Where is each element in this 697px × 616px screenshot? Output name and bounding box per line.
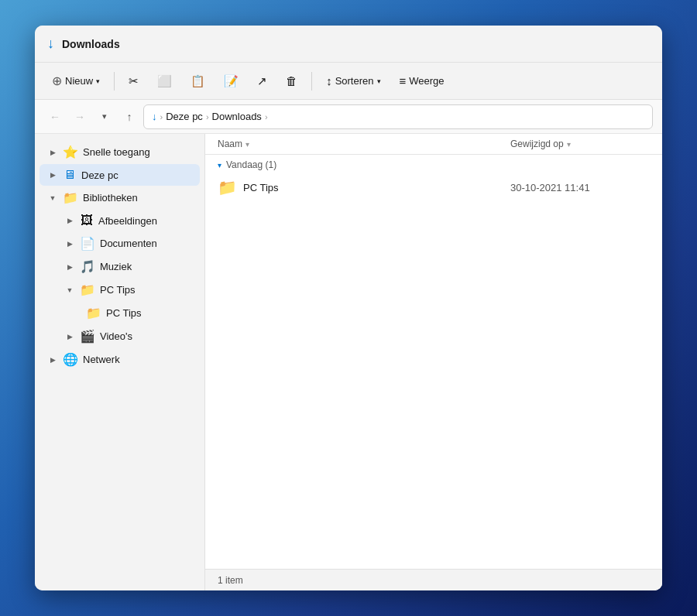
group-header-vandaag[interactable]: ▾ Vandaag (1) [205, 155, 662, 175]
sidebar-item-netwerk[interactable]: ▶ 🌐 Netwerk [39, 348, 200, 371]
title-bar: ↓ Downloads [35, 26, 662, 63]
pc-tips-label: PC Tips [100, 284, 136, 296]
afbeeldingen-chevron-icon: ▶ [64, 215, 75, 226]
netwerk-chevron-icon: ▶ [47, 354, 58, 365]
breadcrumb-download-icon: ↓ [152, 111, 157, 122]
status-count: 1 item [218, 575, 243, 586]
muziek-chevron-icon: ▶ [64, 262, 75, 272]
column-modified[interactable]: Gewijzigd op ▾ [510, 139, 650, 149]
pc-tips-file-name: PC Tips [243, 182, 504, 193]
back-button[interactable]: ← [44, 106, 66, 128]
main-panel: Naam ▾ Gewijzigd op ▾ ▾ Vandaag (1) [205, 134, 662, 590]
sidebar-item-snelle-toegang[interactable]: ▶ ⭐ Snelle toegang [39, 141, 200, 163]
new-chevron-icon: ▾ [96, 77, 100, 85]
sidebar-item-muziek[interactable]: ▶ 🎵 Muziek [39, 255, 200, 278]
snelle-toegang-chevron-icon: ▶ [47, 147, 58, 158]
breadcrumb-separator-1: › [206, 112, 209, 121]
column-name-label: Naam [218, 139, 242, 149]
copy-button[interactable]: ⬜ [149, 70, 180, 92]
column-name-sort-icon: ▾ [245, 140, 249, 149]
sidebar-item-deze-pc[interactable]: ▶ 🖥 Deze pc [39, 164, 200, 186]
bibliotheken-label: Bibliotheken [83, 192, 138, 204]
pc-tips-file-icon: 📁 [218, 178, 237, 197]
breadcrumb-separator-2: › [265, 112, 268, 121]
toolbar-separator-1 [114, 72, 115, 91]
sidebar-item-pc-tips-sub[interactable]: 📁 PC Tips [39, 302, 200, 324]
sort-button[interactable]: ↕ Sorteren ▾ [318, 70, 388, 91]
sidebar-item-pc-tips[interactable]: ▼ 📁 PC Tips [39, 279, 200, 301]
view-icon: ≡ [400, 74, 407, 87]
forward-button[interactable]: → [69, 106, 91, 128]
share-icon: ↗ [257, 74, 267, 88]
deze-pc-icon: 🖥 [63, 168, 77, 182]
videos-chevron-icon: ▶ [64, 331, 75, 342]
bibliotheken-icon: 📁 [63, 190, 78, 205]
muziek-label: Muziek [100, 261, 132, 272]
delete-icon: 🗑 [286, 74, 297, 87]
muziek-icon: 🎵 [80, 259, 95, 274]
sort-chevron-icon: ▾ [377, 77, 381, 85]
back-icon: ← [50, 111, 60, 123]
new-icon: ⊕ [52, 74, 62, 88]
toolbar-separator-2 [311, 72, 312, 91]
file-row-pc-tips[interactable]: 📁 PC Tips 30-10-2021 11:41 [205, 175, 662, 200]
rename-button[interactable]: 📝 [216, 70, 246, 92]
cut-button[interactable]: ✂ [121, 70, 146, 92]
pc-tips-icon: 📁 [80, 282, 95, 297]
paste-button[interactable]: 📋 [183, 70, 213, 92]
column-modified-label: Gewijzigd op [510, 139, 564, 149]
cut-icon: ✂ [129, 74, 139, 88]
history-icon: ▾ [102, 111, 107, 121]
rename-icon: 📝 [224, 74, 239, 88]
documenten-chevron-icon: ▶ [64, 238, 75, 249]
deze-pc-label: Deze pc [81, 169, 118, 181]
pc-tips-sub-icon: 📁 [86, 306, 101, 320]
videos-label: Video's [100, 330, 132, 342]
sidebar-item-bibliotheken[interactable]: ▼ 📁 Bibliotheken [39, 187, 200, 209]
new-label: Nieuw [65, 75, 93, 87]
breadcrumb-downloads[interactable]: Downloads [212, 111, 262, 122]
file-explorer-window: ↓ Downloads ⊕ Nieuw ▾ ✂ ⬜ 📋 📝 [35, 26, 662, 590]
window-title: Downloads [62, 38, 120, 50]
column-header: Naam ▾ Gewijzigd op ▾ [205, 134, 662, 155]
netwerk-label: Netwerk [83, 354, 120, 365]
up-button[interactable]: ↑ [118, 106, 140, 128]
breadcrumb-bar[interactable]: ↓ › Deze pc › Downloads › [143, 104, 653, 129]
group-chevron-icon: ▾ [218, 161, 221, 169]
bibliotheken-chevron-icon: ▼ [47, 193, 58, 204]
title-bar-icon: ↓ [47, 36, 54, 52]
pc-tips-file-date: 30-10-2021 11:41 [510, 182, 650, 193]
file-list: ▾ Vandaag (1) 📁 PC Tips 30-10-2021 11:41 [205, 155, 662, 569]
afbeeldingen-icon: 🖼 [80, 214, 94, 228]
column-name[interactable]: Naam ▾ [218, 139, 510, 149]
history-button[interactable]: ▾ [94, 106, 115, 128]
delete-button[interactable]: 🗑 [278, 70, 305, 91]
documenten-icon: 📄 [80, 236, 95, 251]
breadcrumb-deze-pc[interactable]: Deze pc [166, 111, 203, 122]
videos-icon: 🎬 [80, 329, 95, 344]
new-button[interactable]: ⊕ Nieuw ▾ [44, 70, 108, 92]
share-button[interactable]: ↗ [249, 70, 275, 92]
forward-icon: → [74, 111, 85, 123]
sidebar-item-videos[interactable]: ▶ 🎬 Video's [39, 325, 200, 347]
pc-tips-sub-label: PC Tips [106, 307, 142, 319]
sidebar-item-documenten[interactable]: ▶ 📄 Documenten [39, 232, 200, 255]
snelle-toegang-label: Snelle toegang [83, 146, 150, 158]
toolbar: ⊕ Nieuw ▾ ✂ ⬜ 📋 📝 ↗ 🗑 [35, 63, 662, 100]
netwerk-icon: 🌐 [63, 352, 78, 367]
paste-icon: 📋 [191, 74, 205, 88]
snelle-toegang-icon: ⭐ [63, 145, 78, 159]
status-bar: 1 item [205, 569, 662, 590]
view-button[interactable]: ≡ Weerge [392, 70, 452, 91]
sidebar: ▶ ⭐ Snelle toegang ▶ 🖥 Deze pc ▼ 📁 Bibli… [35, 134, 205, 590]
content-area: ▶ ⭐ Snelle toegang ▶ 🖥 Deze pc ▼ 📁 Bibli… [35, 134, 662, 590]
nav-bar: ← → ▾ ↑ ↓ › Deze pc › Downloads › [35, 100, 662, 134]
sort-label: Sorteren [335, 75, 374, 87]
sort-icon: ↕ [326, 74, 332, 87]
pc-tips-chevron-icon: ▼ [64, 285, 75, 296]
copy-icon: ⬜ [157, 74, 172, 88]
documenten-label: Documenten [100, 238, 157, 249]
sidebar-item-afbeeldingen[interactable]: ▶ 🖼 Afbeeldingen [39, 210, 200, 231]
up-icon: ↑ [127, 111, 132, 123]
view-label: Weerge [409, 75, 444, 87]
